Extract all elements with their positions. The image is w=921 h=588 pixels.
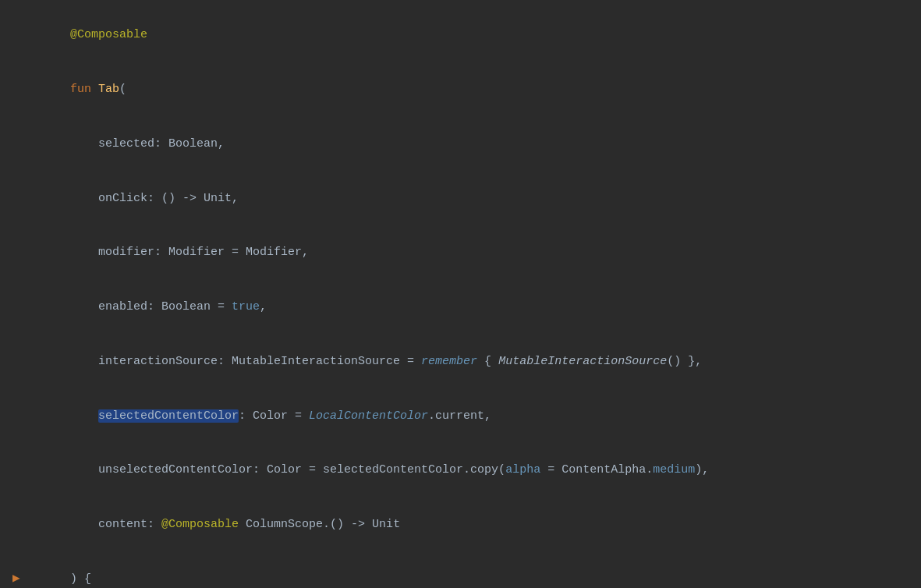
type-column-scope: ColumnScope.() -> Unit (239, 518, 400, 531)
type-boolean-2: : Boolean = (147, 300, 232, 313)
mis-call: () }, (667, 355, 702, 368)
param-modifier: modifier (70, 246, 154, 259)
param-content: content (70, 518, 147, 531)
line-content-3: selected: Boolean, (28, 117, 909, 172)
dot-current: .current, (428, 409, 491, 423)
indent-8 (70, 409, 98, 423)
line-content-10: content: @Composable ColumnScope.() -> U… (28, 498, 909, 552)
annotation-composable-2: @Composable (161, 518, 239, 531)
type-color-2: : Color = selectedContentColor.copy( (253, 463, 505, 476)
fn-tab: Tab (98, 83, 119, 96)
line-9: unselectedContentColor: Color = selected… (0, 443, 921, 498)
paren-open: ( (119, 83, 126, 96)
line-content-1: @Composable (28, 8, 909, 62)
line-content-7: interactionSource: MutableInteractionSou… (28, 335, 909, 389)
line-5: modifier: Modifier = Modifier, (0, 225, 921, 280)
param-onclick: onClick (70, 192, 147, 205)
keyword-fun: fun (70, 83, 98, 96)
local-content-color: LocalContentColor (309, 409, 428, 423)
close-paren-brace: ) { (70, 572, 91, 586)
param-selected: selected (70, 137, 154, 151)
line-content-11: ) { (28, 552, 909, 589)
type-color: : Color = (239, 409, 309, 423)
line-7: interactionSource: MutableInteractionSou… (0, 335, 921, 389)
param-unselected-color: unselectedContentColor (70, 463, 253, 476)
param-selected-content-color: selectedContentColor (98, 409, 239, 423)
param-interaction: interactionSource (70, 355, 218, 368)
brace-open: { (477, 355, 498, 368)
annotation-composable: @Composable (70, 28, 147, 41)
line-1: @Composable (0, 8, 921, 62)
line-8: selectedContentColor: Color = LocalConte… (0, 388, 921, 443)
line-11: ▶ ) { (0, 552, 921, 589)
code-editor: @Composable fun Tab( selected: Boolean, … (0, 0, 921, 588)
type-modifier: : Modifier = Modifier, (154, 246, 309, 259)
type-interaction: : MutableInteractionSource = (218, 355, 421, 368)
val-medium: medium (653, 463, 695, 476)
comma-1: , (260, 300, 267, 313)
type-unit: : () -> Unit, (147, 192, 239, 205)
line-content-2: fun Tab( (28, 62, 909, 117)
line-content-4: onClick: () -> Unit, (28, 171, 909, 225)
line-2: fun Tab( (0, 62, 921, 117)
param-alpha: alpha (505, 463, 540, 476)
line-content-8: selectedContentColor: Color = LocalConte… (28, 388, 909, 443)
line-4: onClick: () -> Unit, (0, 171, 921, 225)
paren-comma: ), (695, 463, 709, 476)
line-content-6: enabled: Boolean = true, (28, 280, 909, 335)
param-enabled: enabled (70, 300, 147, 313)
gutter-11: ▶ (12, 569, 28, 588)
line-3: selected: Boolean, (0, 117, 921, 172)
type-content: : (147, 518, 161, 531)
fn-remember: remember (421, 355, 477, 368)
line-10: content: @Composable ColumnScope.() -> U… (0, 498, 921, 552)
type-boolean: : Boolean, (154, 137, 225, 151)
equals-alpha: = ContentAlpha. (540, 463, 653, 476)
line-content-5: modifier: Modifier = Modifier, (28, 225, 909, 280)
val-true: true (232, 300, 260, 313)
line-content-9: unselectedContentColor: Color = selected… (28, 443, 909, 498)
type-mis: MutableInteractionSource (498, 355, 667, 368)
line-6: enabled: Boolean = true, (0, 280, 921, 335)
